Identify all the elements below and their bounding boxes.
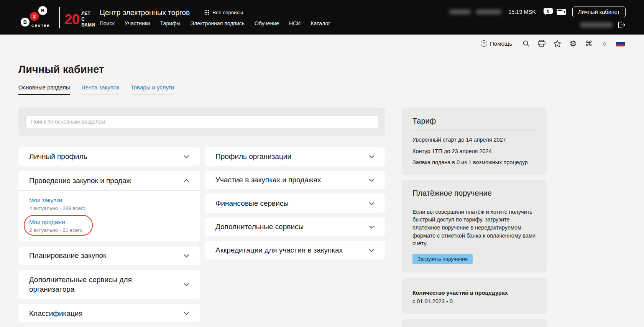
product-title: Центр электронных торгов — [100, 8, 190, 17]
main-content: Личный кабинет Основные разделы Лента за… — [0, 64, 644, 327]
logo-divider — [59, 7, 60, 28]
personal-cabinet-button[interactable]: Личный кабинет — [572, 7, 626, 17]
section-title: Финансовые сервисы — [215, 198, 289, 208]
my-sales-counts: 2 актуально · 21 всего — [29, 227, 189, 233]
chevron-down-icon — [369, 249, 375, 252]
section-financial-services-header[interactable]: Финансовые сервисы — [205, 194, 385, 213]
my-purchases-link[interactable]: Мои закупки — [29, 197, 62, 203]
nav-education[interactable]: Обучение — [255, 20, 279, 26]
section-title: Дополнительные сервисы — [215, 222, 304, 231]
all-services-button[interactable]: Все сервисы — [204, 10, 243, 15]
section-personal-profile: Личный профиль — [18, 147, 200, 166]
chevron-down-icon — [184, 283, 189, 286]
nav-search[interactable]: Поиск — [100, 20, 115, 26]
chevron-down-icon — [369, 225, 375, 229]
logo-years-text: ЛЕТ С ВАМИ — [81, 11, 95, 28]
wallet-icon[interactable] — [557, 8, 566, 15]
tariff-card: Тариф Уверенный старт до 14 апреля 2027 … — [402, 107, 547, 175]
messages-icon[interactable]: 0 — [544, 8, 553, 15]
participations-title: Количество участий в процедурах — [412, 290, 536, 296]
section-participation-header[interactable]: Участие в закупках и продажах — [205, 171, 385, 189]
section-accreditations-header[interactable]: Аккредитации для участия в закупках — [205, 241, 385, 259]
section-organization-profile-header[interactable]: Профиль организации — [205, 147, 385, 166]
logo-years-number: 20 — [64, 12, 79, 26]
settings-gear-icon[interactable]: ⚙ — [569, 40, 577, 48]
divider — [412, 203, 536, 203]
tab-procurement-feed[interactable]: Лента закупок — [82, 84, 119, 95]
sections-column-left: Личный профиль Проведение закупок и прод… — [18, 147, 200, 327]
section-organizer-services-header[interactable]: Дополнительные сервисы для организатора — [18, 270, 200, 299]
redacted-user-name — [580, 23, 613, 27]
shortcuts-command-icon[interactable]: ⌘ — [585, 40, 593, 47]
my-sales-link[interactable]: Мои продажи — [29, 219, 65, 225]
payment-order-card: Платёжное поручение Если вы совершили пл… — [402, 180, 547, 272]
section-title: Личный профиль — [29, 152, 87, 161]
logo-anniversary: 20 ЛЕТ С ВАМИ — [64, 11, 95, 28]
section-additional-services-header[interactable]: Дополнительные сервисы — [205, 218, 385, 236]
nav-catalog[interactable]: Каталог — [310, 20, 330, 26]
section-personal-profile-header[interactable]: Личный профиль — [18, 147, 200, 166]
tariff-line: Заявка подана в 0 из 1 возможных процеду… — [412, 159, 536, 166]
section-additional-services: Дополнительные сервисы — [205, 218, 385, 236]
section-title: Дополнительные сервисы для организатора — [29, 275, 159, 294]
tab-goods-services[interactable]: Товары и услуги — [131, 84, 174, 95]
section-organization-profile: Профиль организации — [205, 147, 385, 166]
question-circle-icon: ? — [481, 40, 487, 47]
section-title: Классификация — [29, 309, 83, 318]
section-title: Профиль организации — [215, 152, 291, 161]
divider — [412, 130, 536, 131]
payment-order-title: Платёжное поручение — [412, 189, 536, 198]
tab-main-sections[interactable]: Основные разделы — [18, 84, 70, 95]
print-icon[interactable] — [537, 40, 546, 47]
grid-icon — [204, 10, 209, 15]
help-label: Помощь — [490, 40, 512, 47]
chevron-up-icon — [184, 179, 189, 182]
nav-esignature[interactable]: Электронная подпись — [191, 20, 245, 26]
utility-toolbar: ? Помощь ⚙ ⌘ ☼ — [0, 35, 644, 52]
tariff-line: Уверенный старт до 14 апреля 2027 — [412, 136, 536, 144]
e-signature-card: Электронная подпись — [402, 319, 547, 327]
nav-tariffs[interactable]: Тарифы — [160, 20, 181, 26]
section-conducting-purchases-sales: Проведение закупок и продаж Мои закупки … — [18, 171, 200, 241]
section-search-panel — [18, 107, 385, 136]
language-flag-ru-icon[interactable] — [616, 40, 625, 46]
upload-payment-order-button[interactable]: Загрузить поручение — [412, 254, 473, 264]
section-title: Аккредитации для участия в закупках — [215, 245, 343, 255]
nav-participants[interactable]: Участники — [125, 20, 150, 26]
logout-icon[interactable] — [618, 21, 626, 28]
logo-center-label: CENTER — [31, 24, 50, 28]
section-conducting-header[interactable]: Проведение закупок и продаж — [18, 171, 200, 191]
server-time: 15:19 MSK — [508, 9, 536, 15]
logo-letter-b: B — [21, 18, 30, 26]
logo-digit-2: 2 — [30, 12, 39, 21]
section-procurement-planning: Планирование закупок — [18, 246, 200, 265]
tab-bar: Основные разделы Лента закупок Товары и … — [18, 84, 626, 95]
section-search-input[interactable] — [25, 115, 378, 128]
section-classification-header[interactable]: Классификация — [18, 304, 200, 322]
favorites-star-icon[interactable] — [553, 40, 562, 47]
help-button[interactable]: ? Помощь — [481, 40, 512, 47]
info-sidebar: Тариф Уверенный старт до 14 апреля 2027 … — [402, 107, 547, 327]
participations-value: с 01.01.2023 - 0 — [412, 298, 536, 304]
my-purchases-counts: 4 актуально · 289 всего — [29, 205, 189, 211]
tariff-title: Тариф — [412, 117, 536, 126]
section-participation: Участие в закупках и продажах — [205, 171, 385, 189]
section-procurement-planning-header[interactable]: Планирование закупок — [18, 246, 200, 265]
theme-brightness-icon[interactable]: ☼ — [600, 40, 609, 47]
b2b-center-logo[interactable]: B 2 B CENTER 20 ЛЕТ С ВАМИ — [16, 2, 91, 32]
section-financial-services: Финансовые сервисы — [205, 194, 385, 213]
messages-count-badge: 0 — [544, 8, 553, 14]
nav-nsi[interactable]: НСИ — [289, 20, 301, 26]
section-title: Проведение закупок и продаж — [29, 176, 131, 185]
section-accreditations: Аккредитации для участия в закупках — [205, 241, 385, 259]
sections-column-right: Профиль организации Участие в закупках и… — [205, 147, 385, 264]
chat-tail — [545, 13, 547, 15]
page-title: Личный кабинет — [18, 64, 626, 76]
participations-card: Количество участий в процедурах с 01.01.… — [402, 277, 547, 314]
section-title: Планирование закупок — [29, 251, 106, 260]
chevron-down-icon — [184, 155, 189, 159]
section-title: Участие в закупках и продажах — [215, 175, 321, 185]
list-item-my-purchases: Мои закупки 4 актуально · 289 всего — [29, 195, 189, 213]
search-icon[interactable] — [522, 40, 530, 47]
chevron-down-icon — [184, 254, 189, 258]
